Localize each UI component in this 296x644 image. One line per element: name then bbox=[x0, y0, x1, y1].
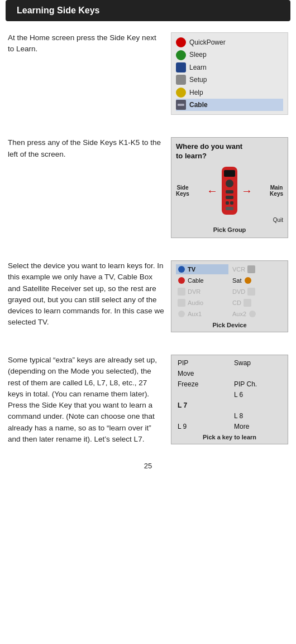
menu-item-quickpower: QuickPower bbox=[176, 36, 283, 49]
device-sat: Sat bbox=[231, 275, 283, 285]
learn-icon bbox=[176, 62, 186, 72]
svg-rect-16 bbox=[178, 299, 185, 307]
aux1-icon bbox=[178, 310, 185, 318]
page-number: 25 bbox=[8, 462, 288, 470]
svg-rect-14 bbox=[178, 288, 185, 296]
svg-point-18 bbox=[178, 311, 185, 317]
device-grid: TV VCR Cable Sat bbox=[176, 264, 283, 319]
arrow-left-icon: ← bbox=[207, 185, 218, 197]
device-aux1: Aux1 bbox=[176, 309, 228, 319]
svg-point-19 bbox=[249, 311, 256, 317]
device-dvd: DVD bbox=[231, 287, 283, 297]
pick-device-footer: Pick Device bbox=[176, 322, 283, 328]
section-4-image: PIP Swap Move Freeze PIP Ch. L 6 L 7 L 8… bbox=[171, 355, 288, 444]
cd-icon bbox=[244, 299, 251, 307]
pick-group-screen: Where do you wantto learn? Side Keys ← bbox=[171, 137, 288, 238]
svg-point-13 bbox=[245, 277, 251, 284]
cable-device-icon bbox=[178, 277, 185, 284]
section-3: Select the device you want to learn keys… bbox=[8, 255, 288, 338]
device-audio: Audio bbox=[176, 298, 228, 308]
audio-icon bbox=[178, 299, 185, 307]
page-content: At the Home screen press the Side Key ne… bbox=[0, 21, 296, 481]
key-l6: L 6 bbox=[232, 390, 283, 399]
svg-point-10 bbox=[178, 266, 185, 273]
section-1-image: QuickPower Sleep Learn Setup Help bbox=[171, 32, 288, 115]
menu-item-setup: Setup bbox=[176, 74, 283, 86]
svg-rect-6 bbox=[226, 196, 233, 199]
svg-rect-17 bbox=[244, 299, 251, 307]
pick-group-body: Side Keys ← bbox=[176, 166, 283, 216]
svg-point-12 bbox=[178, 277, 185, 284]
key-blank2 bbox=[176, 390, 227, 399]
key-blank4 bbox=[176, 411, 227, 420]
pick-key-footer: Pick a key to learn bbox=[176, 434, 283, 440]
main-keys-label: Main Keys bbox=[270, 185, 283, 197]
key-pip: PIP bbox=[176, 359, 227, 367]
section-2-text: Then press any of the Side Keys K1-K5 to… bbox=[8, 137, 171, 160]
key-l9: L 9 bbox=[176, 422, 227, 431]
device-aux2: Aux2 bbox=[231, 309, 283, 319]
device-cd: CD bbox=[231, 298, 283, 308]
key-l7: L 7 bbox=[176, 401, 227, 410]
device-vcr: VCR bbox=[231, 264, 283, 274]
dvr-icon bbox=[178, 288, 185, 296]
section-1-text: At the Home screen press the Side Key ne… bbox=[8, 32, 171, 55]
help-icon bbox=[176, 88, 186, 98]
sleep-icon bbox=[176, 50, 186, 60]
section-2-image: Where do you wantto learn? Side Keys ← bbox=[171, 137, 288, 238]
key-blank1 bbox=[232, 369, 283, 378]
key-l8: L 8 bbox=[232, 411, 283, 420]
device-cable: Cable bbox=[176, 275, 228, 285]
key-move: Move bbox=[176, 369, 227, 378]
section-3-image: TV VCR Cable Sat bbox=[171, 260, 288, 332]
key-pipch: PIP Ch. bbox=[232, 380, 283, 389]
pick-group-title: Where do you wantto learn? bbox=[176, 142, 283, 161]
key-freeze: Freeze bbox=[176, 380, 227, 389]
pick-device-screen: TV VCR Cable Sat bbox=[171, 260, 288, 332]
svg-rect-11 bbox=[247, 265, 255, 273]
menu-item-cable: Cable bbox=[176, 99, 283, 111]
tv-icon bbox=[178, 265, 185, 273]
section-4: Some typical “extra” keys are already se… bbox=[8, 349, 288, 451]
header-title: Learning Side Keys bbox=[17, 6, 100, 16]
section-4-text: Some typical “extra” keys are already se… bbox=[8, 355, 171, 445]
svg-rect-1 bbox=[178, 104, 184, 106]
pick-group-footer: Pick Group bbox=[176, 226, 283, 233]
svg-rect-7 bbox=[226, 201, 229, 205]
dvd-icon bbox=[247, 288, 255, 296]
aux2-icon bbox=[249, 310, 256, 318]
svg-rect-8 bbox=[230, 201, 233, 205]
remote-svg bbox=[219, 166, 240, 216]
page-header: Learning Side Keys bbox=[6, 0, 290, 21]
menu-screen-1: QuickPower Sleep Learn Setup Help bbox=[171, 32, 288, 115]
svg-rect-3 bbox=[224, 170, 235, 177]
key-more: More bbox=[232, 422, 283, 431]
menu-item-help: Help bbox=[176, 86, 283, 99]
setup-icon bbox=[176, 75, 186, 85]
side-keys-label: Side Keys bbox=[176, 185, 189, 197]
cable-icon bbox=[176, 100, 186, 110]
sat-icon bbox=[244, 277, 252, 284]
svg-point-4 bbox=[226, 180, 233, 187]
key-grid: PIP Swap Move Freeze PIP Ch. L 6 L 7 L 8… bbox=[176, 359, 283, 431]
key-blank3 bbox=[232, 401, 283, 410]
remote-with-arrows: ← → bbox=[207, 166, 252, 216]
key-swap: Swap bbox=[232, 359, 283, 367]
quickpower-icon bbox=[176, 37, 186, 47]
section-3-text: Select the device you want to learn keys… bbox=[8, 260, 171, 328]
section-1: At the Home screen press the Side Key ne… bbox=[8, 27, 288, 120]
pick-key-screen: PIP Swap Move Freeze PIP Ch. L 6 L 7 L 8… bbox=[171, 355, 288, 444]
section-2: Then press any of the Side Keys K1-K5 to… bbox=[8, 132, 288, 244]
menu-item-learn: Learn bbox=[176, 61, 283, 74]
menu-item-sleep: Sleep bbox=[176, 49, 283, 61]
svg-rect-9 bbox=[226, 207, 233, 210]
arrow-right-icon: → bbox=[241, 185, 252, 197]
device-dvr: DVR bbox=[176, 287, 228, 297]
svg-rect-15 bbox=[247, 288, 255, 296]
vcr-icon bbox=[247, 265, 255, 273]
svg-rect-5 bbox=[226, 190, 233, 193]
quit-label: Quit bbox=[176, 217, 283, 223]
device-tv: TV bbox=[176, 264, 228, 274]
